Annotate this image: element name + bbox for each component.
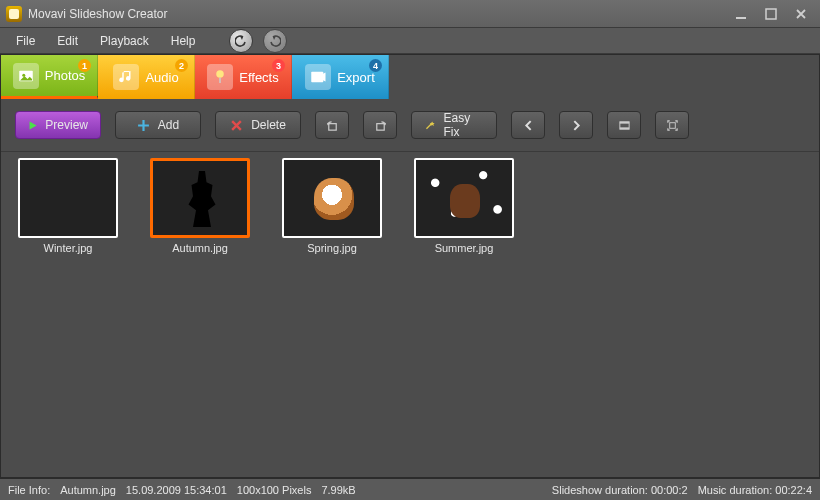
- tab-effects[interactable]: Effects 3: [195, 55, 292, 99]
- rotate-left-icon: [326, 119, 339, 132]
- undo-button[interactable]: [229, 29, 253, 53]
- svg-rect-1: [766, 9, 776, 19]
- thumbnail-image: [18, 158, 118, 238]
- tab-export[interactable]: Export 4: [292, 55, 389, 99]
- svg-rect-12: [669, 122, 675, 128]
- svg-rect-11: [619, 127, 628, 129]
- svg-rect-0: [736, 17, 746, 19]
- redo-button[interactable]: [263, 29, 287, 53]
- svg-rect-8: [376, 123, 383, 129]
- fileinfo-label: File Info:: [8, 484, 50, 496]
- status-filename: Autumn.jpg: [60, 484, 116, 496]
- menu-edit[interactable]: Edit: [47, 31, 88, 51]
- export-icon: [305, 64, 331, 90]
- prev-button[interactable]: [511, 111, 545, 139]
- thumbnail[interactable]: Spring.jpg: [279, 158, 385, 254]
- tab-audio[interactable]: Audio 2: [98, 55, 195, 99]
- toolbar: Preview Add Delete Easy Fix: [1, 99, 819, 152]
- effects-icon: [207, 64, 233, 90]
- thumbnail-image: [282, 158, 382, 238]
- preview-button[interactable]: Preview: [15, 111, 101, 139]
- status-date: 15.09.2009 15:34:01: [126, 484, 227, 496]
- tab-audio-label: Audio: [145, 70, 178, 85]
- tab-photos[interactable]: Photos 1: [1, 55, 98, 99]
- menu-help[interactable]: Help: [161, 31, 206, 51]
- wand-icon: [424, 119, 435, 132]
- fit-icon: [666, 119, 679, 132]
- minimize-button[interactable]: [728, 5, 754, 23]
- svg-rect-7: [328, 123, 335, 129]
- status-size: 7.99kB: [321, 484, 355, 496]
- close-button[interactable]: [788, 5, 814, 23]
- plus-icon: [137, 119, 150, 132]
- next-button[interactable]: [559, 111, 593, 139]
- svg-rect-5: [219, 78, 221, 83]
- chevron-right-icon: [570, 119, 583, 132]
- menu-bar: File Edit Playback Help: [0, 28, 820, 54]
- window-title: Movavi Slideshow Creator: [28, 7, 167, 21]
- slideshow-label: Slideshow duration:: [552, 484, 648, 496]
- thumbnail-image: [150, 158, 250, 238]
- add-label: Add: [158, 118, 179, 132]
- thumbnail-caption: Summer.jpg: [411, 242, 517, 254]
- tab-effects-badge: 3: [272, 59, 285, 72]
- tab-effects-label: Effects: [239, 70, 279, 85]
- menu-playback[interactable]: Playback: [90, 31, 159, 51]
- rotate-right-icon: [374, 119, 387, 132]
- tab-audio-badge: 2: [175, 59, 188, 72]
- audio-icon: [113, 64, 139, 90]
- thumbnail-caption: Spring.jpg: [279, 242, 385, 254]
- status-bar: File Info: Autumn.jpg 15.09.2009 15:34:0…: [0, 478, 820, 500]
- thumbnail-caption: Winter.jpg: [15, 242, 121, 254]
- tab-photos-badge: 1: [78, 59, 91, 72]
- filmstrip-icon: [618, 119, 631, 132]
- app-icon: [6, 6, 22, 22]
- thumbnail[interactable]: Summer.jpg: [411, 158, 517, 254]
- music-value: 00:22:4: [775, 484, 812, 496]
- preview-label: Preview: [45, 118, 88, 132]
- rotate-right-button[interactable]: [363, 111, 397, 139]
- play-icon: [28, 119, 37, 132]
- tab-export-label: Export: [337, 70, 375, 85]
- chevron-left-icon: [522, 119, 535, 132]
- x-icon: [230, 119, 243, 132]
- title-bar: Movavi Slideshow Creator: [0, 0, 820, 28]
- photos-icon: [13, 63, 39, 89]
- view-filmstrip-button[interactable]: [607, 111, 641, 139]
- svg-rect-10: [619, 121, 628, 123]
- tab-bar: Photos 1 Audio 2 Effects 3 Export 4: [1, 55, 819, 99]
- thumbnail[interactable]: Winter.jpg: [15, 158, 121, 254]
- svg-point-4: [216, 70, 224, 78]
- photo-gallery: Winter.jpgAutumn.jpgSpring.jpgSummer.jpg: [1, 152, 819, 477]
- status-dims: 100x100 Pixels: [237, 484, 312, 496]
- delete-button[interactable]: Delete: [215, 111, 301, 139]
- slideshow-value: 00:00:2: [651, 484, 688, 496]
- music-label: Music duration:: [698, 484, 773, 496]
- rotate-left-button[interactable]: [315, 111, 349, 139]
- fit-screen-button[interactable]: [655, 111, 689, 139]
- thumbnail-caption: Autumn.jpg: [147, 242, 253, 254]
- add-button[interactable]: Add: [115, 111, 201, 139]
- thumbnail[interactable]: Autumn.jpg: [147, 158, 253, 254]
- easyfix-label: Easy Fix: [443, 111, 484, 139]
- tab-export-badge: 4: [369, 59, 382, 72]
- menu-file[interactable]: File: [6, 31, 45, 51]
- maximize-button[interactable]: [758, 5, 784, 23]
- easyfix-button[interactable]: Easy Fix: [411, 111, 497, 139]
- delete-label: Delete: [251, 118, 286, 132]
- thumbnail-image: [414, 158, 514, 238]
